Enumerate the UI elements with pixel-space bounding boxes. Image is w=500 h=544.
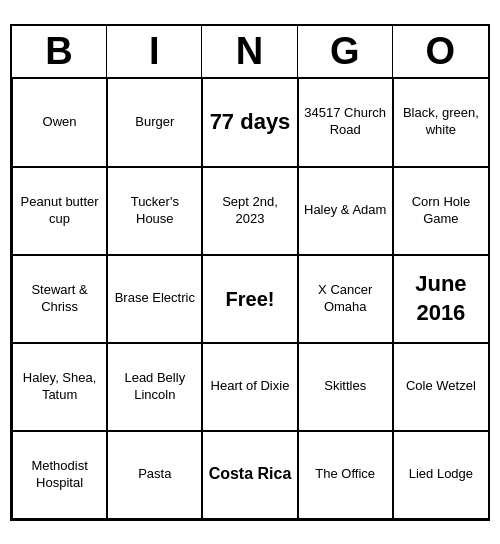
header-letter: N	[202, 26, 297, 77]
header-letter: G	[298, 26, 393, 77]
bingo-cell: Stewart & Chriss	[12, 255, 107, 343]
bingo-cell: Free!	[202, 255, 297, 343]
bingo-cell: Lead Belly Lincoln	[107, 343, 202, 431]
bingo-cell: Pasta	[107, 431, 202, 519]
bingo-cell: Tucker's House	[107, 167, 202, 255]
bingo-cell: Black, green, white	[393, 79, 488, 167]
bingo-cell: Methodist Hospital	[12, 431, 107, 519]
header-letter: I	[107, 26, 202, 77]
bingo-cell: Owen	[12, 79, 107, 167]
bingo-grid: OwenBurger77 days34517 Church RoadBlack,…	[12, 79, 488, 519]
bingo-cell: Sept 2nd, 2023	[202, 167, 297, 255]
bingo-cell: Corn Hole Game	[393, 167, 488, 255]
bingo-cell: Costa Rica	[202, 431, 297, 519]
bingo-cell: Lied Lodge	[393, 431, 488, 519]
header-letter: O	[393, 26, 488, 77]
bingo-cell: Burger	[107, 79, 202, 167]
bingo-cell: Peanut butter cup	[12, 167, 107, 255]
bingo-cell: Haley & Adam	[298, 167, 393, 255]
bingo-cell: Cole Wetzel	[393, 343, 488, 431]
bingo-card: BINGO OwenBurger77 days34517 Church Road…	[10, 24, 490, 521]
bingo-cell: X Cancer Omaha	[298, 255, 393, 343]
bingo-cell: Haley, Shea, Tatum	[12, 343, 107, 431]
bingo-cell: June 2016	[393, 255, 488, 343]
bingo-cell: Heart of Dixie	[202, 343, 297, 431]
bingo-cell: The Office	[298, 431, 393, 519]
bingo-header: BINGO	[12, 26, 488, 79]
bingo-cell: 77 days	[202, 79, 297, 167]
bingo-cell: Brase Electric	[107, 255, 202, 343]
bingo-cell: 34517 Church Road	[298, 79, 393, 167]
header-letter: B	[12, 26, 107, 77]
bingo-cell: Skittles	[298, 343, 393, 431]
